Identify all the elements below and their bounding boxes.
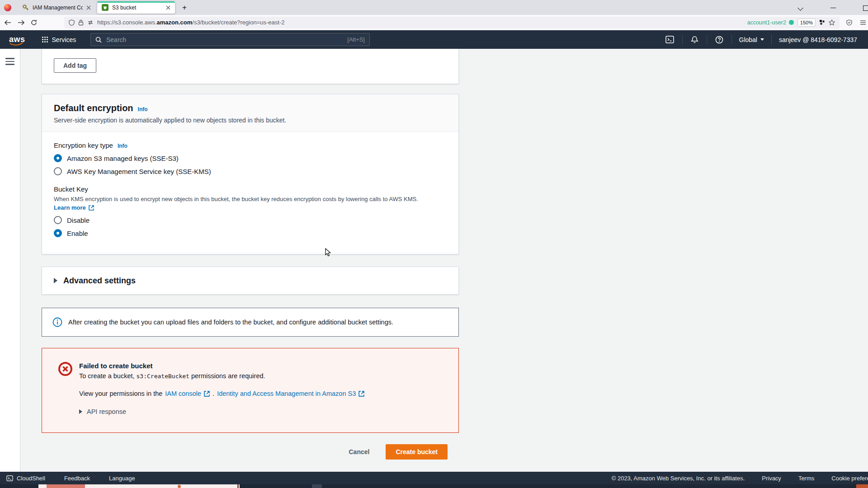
permissions-icon[interactable] <box>87 20 94 25</box>
left-rail <box>0 49 20 472</box>
bucket-key-label: Bucket Key <box>54 185 447 193</box>
encryption-card-body: Encryption key type Info Amazon S3 manag… <box>42 132 458 247</box>
nav-right-group: Global sanjeev @ 8418-6092-7337 <box>657 30 864 49</box>
container-dot-icon <box>789 20 794 25</box>
external-link-icon <box>359 391 364 397</box>
create-bucket-button[interactable]: Create bucket <box>386 444 448 460</box>
info-alert-text: After creating the bucket you can upload… <box>68 319 393 326</box>
page-body: Add tag Default encryption Info Server-s… <box>0 49 868 472</box>
tab-list-chevron-icon[interactable] <box>797 5 804 11</box>
radio-unselected-icon[interactable] <box>54 167 62 175</box>
aws-smile-icon <box>9 42 23 46</box>
radio-bucket-key-disable[interactable]: Disable <box>54 216 447 224</box>
default-encryption-card: Default encryption Info Server-side encr… <box>42 94 459 254</box>
add-tag-button[interactable]: Add tag <box>54 58 96 73</box>
extensions-icon[interactable] <box>819 19 825 25</box>
encryption-key-type-label: Encryption key type <box>54 141 113 149</box>
bookmark-star-icon[interactable] <box>829 19 835 26</box>
new-tab-button[interactable]: + <box>179 2 190 14</box>
cloudshell-icon[interactable] <box>657 30 682 49</box>
region-label: Global <box>739 36 757 43</box>
firefox-logo-icon <box>4 4 11 11</box>
radio-label: Amazon S3 managed keys (SSE-S3) <box>67 155 179 162</box>
footer-cloudshell-button[interactable]: CloudShell <box>6 475 45 482</box>
toolbar-trailing-icons <box>846 19 866 26</box>
error-circle-x-icon <box>58 361 73 376</box>
url-field[interactable]: https://s3.console.aws.amazon.com/s3/buc… <box>64 17 840 28</box>
browser-tab-bar: IAM Management Console S3 bucket + <box>0 0 868 15</box>
advanced-settings-title: Advanced settings <box>63 276 136 286</box>
url-text: https://s3.console.aws.amazon.com/s3/buc… <box>97 19 744 26</box>
radio-sse-s3[interactable]: Amazon S3 managed keys (SSE-S3) <box>54 154 447 162</box>
api-response-expander[interactable]: API response <box>79 408 364 415</box>
iam-docs-link[interactable]: Identity and Access Management in Amazon… <box>217 390 356 397</box>
restore-window-icon[interactable] <box>863 5 868 11</box>
footer-language-button[interactable]: Language <box>109 475 135 482</box>
section-description: Server-side encryption is automatically … <box>54 117 447 124</box>
back-icon[interactable] <box>5 20 11 25</box>
code-snippet: s3:CreateBucket <box>137 373 189 380</box>
radio-label: Disable <box>67 216 90 224</box>
footer-cookie-preferences-link[interactable]: Cookie preferences <box>831 475 868 482</box>
radio-unselected-icon[interactable] <box>54 216 62 224</box>
caret-right-icon <box>79 409 82 414</box>
advanced-settings-expander[interactable]: Advanced settings <box>42 267 459 295</box>
background-window-edge <box>237 484 239 488</box>
external-link-icon <box>204 391 210 397</box>
info-link[interactable]: Info <box>118 143 127 149</box>
tracking-shield-icon[interactable] <box>69 19 75 26</box>
tab-s3-bucket[interactable]: S3 bucket <box>97 1 175 14</box>
background-window-dot <box>178 485 181 488</box>
console-search[interactable]: [Alt+S] <box>90 33 370 46</box>
zoom-level-button[interactable]: 150% <box>797 19 816 27</box>
close-tab-icon[interactable] <box>166 5 170 10</box>
menu-icon[interactable] <box>860 20 866 25</box>
console-footer: CloudShell Feedback Language © 2023, Ama… <box>0 472 868 484</box>
error-permissions-line: View your permissions in the IAM console… <box>79 390 364 397</box>
separator-text: . <box>212 390 214 397</box>
s3-favicon-icon <box>102 4 108 11</box>
radio-sse-kms[interactable]: AWS Key Management Service key (SSE-KMS) <box>54 167 447 175</box>
reload-icon[interactable] <box>31 19 37 26</box>
error-title: Failed to create bucket <box>79 362 364 370</box>
shield-check-icon[interactable] <box>846 19 853 26</box>
error-message: To create a bucket, s3:CreateBucket perm… <box>79 372 364 380</box>
forward-icon[interactable] <box>18 20 24 25</box>
error-alert-content: Failed to create bucket To create a buck… <box>79 361 364 432</box>
close-tab-icon[interactable] <box>86 5 91 10</box>
form-actions: Cancel Create bucket <box>42 444 459 460</box>
search-input[interactable] <box>105 36 344 44</box>
services-label: Services <box>52 36 76 43</box>
section-title: Default encryption <box>54 103 133 113</box>
lock-icon[interactable] <box>78 19 84 26</box>
footer-terms-link[interactable]: Terms <box>798 475 814 482</box>
footer-privacy-link[interactable]: Privacy <box>762 475 781 482</box>
radio-label: AWS Key Management Service key (SSE-KMS) <box>67 168 211 175</box>
encryption-card-header: Default encryption Info Server-side encr… <box>42 94 458 132</box>
permissions-text: View your permissions in the <box>79 390 162 397</box>
notifications-bell-icon[interactable] <box>683 30 707 49</box>
radio-selected-icon[interactable] <box>54 229 62 237</box>
info-link[interactable]: Info <box>138 106 148 113</box>
radio-bucket-key-enable[interactable]: Enable <box>54 229 447 237</box>
minimize-window-icon[interactable] <box>830 5 836 11</box>
help-icon[interactable] <box>707 30 731 49</box>
learn-more-link[interactable]: Learn more <box>54 204 86 211</box>
bucket-key-description: When KMS encryption is used to encrypt n… <box>54 196 447 202</box>
aws-logo[interactable]: aws <box>9 35 25 44</box>
iam-console-link[interactable]: IAM console <box>165 390 201 397</box>
tab-title: S3 bucket <box>112 5 162 11</box>
services-menu-button[interactable]: Services <box>35 30 83 49</box>
chevron-down-icon <box>760 38 764 41</box>
radio-selected-icon[interactable] <box>54 154 62 162</box>
cancel-button[interactable]: Cancel <box>346 448 372 456</box>
region-selector[interactable]: Global <box>732 36 771 43</box>
hamburger-menu-icon[interactable] <box>5 58 14 65</box>
footer-feedback-button[interactable]: Feedback <box>64 475 90 482</box>
copyright-text: © 2023, Amazon Web Services, Inc. or its… <box>612 475 745 482</box>
tab-iam-console[interactable]: IAM Management Console <box>18 1 95 14</box>
search-shortcut: [Alt+S] <box>347 36 365 43</box>
account-menu[interactable]: sanjeev @ 8418-6092-7337 <box>772 36 864 43</box>
info-alert: After creating the bucket you can upload… <box>42 308 459 337</box>
caret-right-icon <box>54 278 57 283</box>
